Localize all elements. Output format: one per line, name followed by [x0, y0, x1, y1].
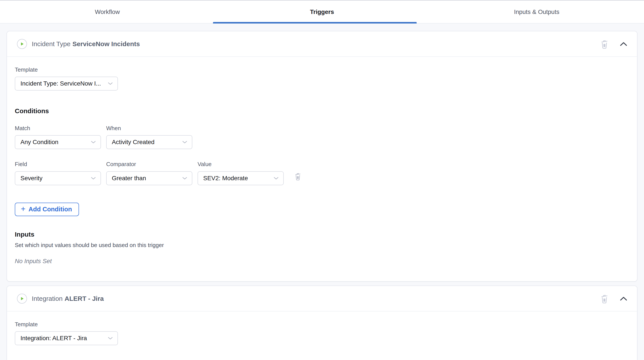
trigger-card-jira: IntegrationALERT - Jira Template In [6, 285, 638, 360]
template-select-value: Integration: ALERT - Jira [20, 335, 87, 342]
value-label: Value [198, 161, 284, 168]
tab-inputs-outputs[interactable]: Inputs & Outputs [429, 1, 644, 23]
template-select[interactable]: Incident Type: ServiceNow I... [15, 77, 118, 91]
trigger-card-header[interactable]: Incident TypeServiceNow Incidents [7, 31, 637, 57]
field-label: Field [15, 161, 101, 168]
trigger-name: ServiceNow Incidents [72, 40, 140, 48]
comparator-select[interactable]: Greater than [106, 171, 192, 185]
plus-icon: + [21, 205, 26, 213]
tab-workflow[interactable]: Workflow [0, 1, 215, 23]
inputs-heading: Inputs [15, 230, 628, 238]
delete-trigger-button[interactable] [600, 294, 609, 304]
trigger-title: Incident TypeServiceNow Incidents [32, 40, 140, 48]
play-icon [17, 294, 27, 304]
template-select[interactable]: Integration: ALERT - Jira [15, 331, 118, 345]
tab-triggers[interactable]: Triggers [215, 1, 430, 23]
chevron-down-icon [182, 141, 187, 144]
chevron-down-icon [108, 82, 113, 85]
match-select[interactable]: Any Condition [15, 135, 101, 149]
tab-triggers-label: Triggers [310, 9, 334, 16]
tab-bar: Workflow Triggers Inputs & Outputs [0, 0, 644, 24]
comparator-label: Comparator [106, 161, 192, 168]
when-select-value: Activity Created [112, 139, 154, 146]
delete-trigger-button[interactable] [600, 39, 609, 49]
add-condition-label: Add Condition [28, 206, 72, 213]
active-tab-underline [213, 22, 417, 24]
when-label: When [106, 125, 192, 132]
tab-workflow-label: Workflow [95, 9, 120, 16]
comparator-select-value: Greater than [112, 175, 146, 182]
chevron-down-icon [274, 177, 278, 180]
trigger-type-label: Incident Type [32, 40, 70, 48]
collapse-card-button[interactable] [620, 296, 628, 301]
chevron-down-icon [91, 141, 96, 144]
condition-row: Field Severity Comparator Greater than [15, 161, 628, 185]
field-select-value: Severity [20, 175, 42, 182]
template-label: Template [15, 321, 628, 328]
conditions-heading: Conditions [15, 107, 628, 115]
collapse-card-button[interactable] [620, 42, 628, 46]
trigger-type-label: Integration [32, 295, 63, 302]
value-select-value: SEV2: Moderate [203, 175, 248, 182]
match-select-value: Any Condition [20, 139, 58, 146]
field-select[interactable]: Severity [15, 171, 101, 185]
chevron-down-icon [182, 177, 187, 180]
template-select-value: Incident Type: ServiceNow I... [20, 80, 101, 87]
trigger-card-servicenow: Incident TypeServiceNow Incidents Templa… [6, 31, 638, 282]
inputs-description: Set which input values should be used ba… [15, 242, 628, 249]
value-select[interactable]: SEV2: Moderate [198, 171, 284, 185]
template-label: Template [15, 66, 628, 73]
tab-inputs-outputs-label: Inputs & Outputs [514, 9, 559, 16]
trigger-card-header[interactable]: IntegrationALERT - Jira [7, 286, 637, 311]
chevron-down-icon [91, 177, 96, 180]
inputs-empty-state: No Inputs Set [15, 258, 628, 265]
play-icon [17, 39, 27, 49]
trigger-title: IntegrationALERT - Jira [32, 295, 104, 302]
delete-condition-button[interactable] [294, 172, 302, 181]
when-select[interactable]: Activity Created [106, 135, 192, 149]
chevron-down-icon [108, 337, 113, 340]
match-label: Match [15, 125, 101, 132]
add-condition-button[interactable]: + Add Condition [15, 203, 79, 216]
trigger-name: ALERT - Jira [64, 295, 104, 302]
